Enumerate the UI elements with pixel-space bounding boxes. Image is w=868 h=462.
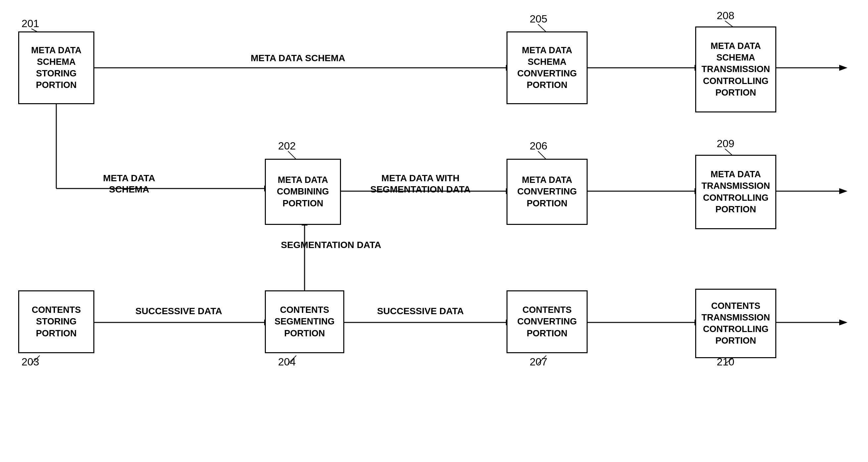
svg-text:202: 202 <box>278 140 296 152</box>
box-208: META DATA SCHEMA TRANSMISSION CONTROLLIN… <box>695 27 776 112</box>
box-204-label: CONTENTS SEGMENTING PORTION <box>274 304 335 339</box>
svg-text:META DATA: META DATA <box>103 173 155 183</box>
box-201-label: META DATA SCHEMA STORING PORTION <box>31 45 82 91</box>
box-204: CONTENTS SEGMENTING PORTION <box>265 290 344 353</box>
svg-text:SEGMENTATION DATA: SEGMENTATION DATA <box>370 184 471 194</box>
box-203-label: CONTENTS STORING PORTION <box>32 304 81 339</box>
box-202: META DATA COMBINING PORTION <box>265 159 341 225</box>
svg-text:SUCCESSIVE DATA: SUCCESSIVE DATA <box>135 306 222 316</box>
svg-marker-24 <box>839 320 847 325</box>
svg-text:203: 203 <box>22 356 39 368</box>
box-209: META DATA TRANSMISSION CONTROLLING PORTI… <box>695 155 776 229</box>
box-209-label: META DATA TRANSMISSION CONTROLLING PORTI… <box>702 169 770 215</box>
box-203: CONTENTS STORING PORTION <box>18 290 94 353</box>
box-207: CONTENTS CONVERTING PORTION <box>506 290 588 353</box>
box-205-label: META DATA SCHEMA CONVERTING PORTION <box>517 45 577 91</box>
svg-line-44 <box>538 151 546 159</box>
svg-text:207: 207 <box>530 356 547 368</box>
svg-line-36 <box>288 151 296 159</box>
svg-text:SEGMENTATION DATA: SEGMENTATION DATA <box>281 240 381 250</box>
diagram-container: META DATA SCHEMA META DATA SCHEMA META D… <box>0 0 868 462</box>
svg-line-40 <box>288 356 296 364</box>
svg-text:SCHEMA: SCHEMA <box>109 184 149 194</box>
svg-text:209: 209 <box>717 138 734 150</box>
svg-text:206: 206 <box>530 140 547 152</box>
svg-text:META DATA WITH: META DATA WITH <box>381 173 460 183</box>
svg-marker-14 <box>839 188 847 194</box>
box-208-label: META DATA SCHEMA TRANSMISSION CONTROLLIN… <box>702 40 770 98</box>
svg-text:SUCCESSIVE DATA: SUCCESSIVE DATA <box>377 306 464 316</box>
svg-text:META DATA SCHEMA: META DATA SCHEMA <box>251 53 345 63</box>
svg-line-38 <box>31 356 40 364</box>
box-206-label: META DATA CONVERTING PORTION <box>517 174 577 209</box>
box-207-label: CONTENTS CONVERTING PORTION <box>517 304 577 339</box>
svg-line-52 <box>725 358 733 364</box>
box-201: META DATA SCHEMA STORING PORTION <box>18 31 94 104</box>
box-205: META DATA SCHEMA CONVERTING PORTION <box>506 31 588 104</box>
box-206: META DATA CONVERTING PORTION <box>506 159 588 225</box>
svg-text:201: 201 <box>22 18 39 29</box>
box-210-label: CONTENTS TRANSMISSION CONTROLLING PORTIO… <box>702 300 770 346</box>
svg-line-42 <box>538 24 546 32</box>
svg-marker-5 <box>839 65 847 71</box>
svg-line-46 <box>538 356 546 364</box>
box-202-label: META DATA COMBINING PORTION <box>277 174 329 209</box>
svg-text:204: 204 <box>278 356 296 368</box>
svg-text:205: 205 <box>530 13 547 25</box>
svg-text:208: 208 <box>717 9 734 22</box>
box-210: CONTENTS TRANSMISSION CONTROLLING PORTIO… <box>695 289 776 358</box>
